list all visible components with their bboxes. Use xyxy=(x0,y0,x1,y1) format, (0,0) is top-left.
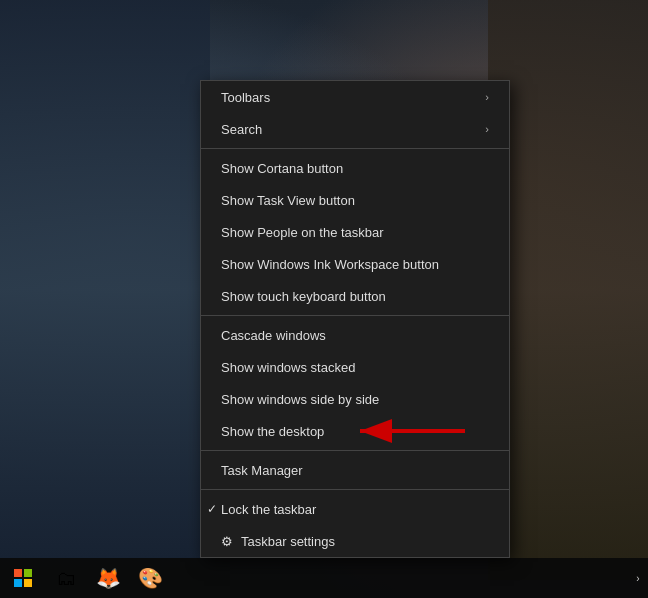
menu-item-label: Taskbar settings xyxy=(241,534,335,549)
menu-item-show-keyboard[interactable]: Show touch keyboard button xyxy=(201,280,509,312)
menu-item-search[interactable]: Search› xyxy=(201,113,509,145)
svg-rect-5 xyxy=(24,579,32,587)
taskbar-show-desktop[interactable]: › xyxy=(628,558,648,598)
menu-item-stacked[interactable]: Show windows stacked xyxy=(201,351,509,383)
taskbar-icon-files[interactable]: 🗂 xyxy=(45,558,87,598)
menu-item-show-cortana[interactable]: Show Cortana button xyxy=(201,152,509,184)
menu-item-label: Show the desktop xyxy=(221,424,324,439)
menu-item-label: Search xyxy=(221,122,262,137)
menu-item-show-ink[interactable]: Show Windows Ink Workspace button xyxy=(201,248,509,280)
menu-item-label: Show Windows Ink Workspace button xyxy=(221,257,439,272)
menu-item-show-task-view[interactable]: Show Task View button xyxy=(201,184,509,216)
menu-item-label: Lock the taskbar xyxy=(221,502,316,517)
menu-item-label: Show windows stacked xyxy=(221,360,355,375)
menu-item-taskbar-settings[interactable]: ⚙Taskbar settings xyxy=(201,525,509,557)
menu-separator xyxy=(201,315,509,316)
menu-item-label: Task Manager xyxy=(221,463,303,478)
figure-left xyxy=(0,0,210,580)
svg-rect-4 xyxy=(14,579,22,587)
figure-right xyxy=(488,0,648,580)
menu-separator xyxy=(201,148,509,149)
menu-item-label: Show windows side by side xyxy=(221,392,379,407)
menu-item-label: Show People on the taskbar xyxy=(221,225,384,240)
red-arrow-indicator xyxy=(350,416,470,449)
gear-icon: ⚙ xyxy=(221,534,233,549)
menu-item-task-manager[interactable]: Task Manager xyxy=(201,454,509,486)
menu-separator xyxy=(201,450,509,451)
checkmark-icon: ✓ xyxy=(207,502,217,516)
menu-item-lock-taskbar[interactable]: ✓Lock the taskbar xyxy=(201,493,509,525)
menu-item-label: Toolbars xyxy=(221,90,270,105)
menu-item-side-by-side[interactable]: Show windows side by side xyxy=(201,383,509,415)
menu-item-show-people[interactable]: Show People on the taskbar xyxy=(201,216,509,248)
taskbar-icon-firefox[interactable]: 🦊 xyxy=(87,558,129,598)
menu-item-cascade[interactable]: Cascade windows xyxy=(201,319,509,351)
menu-item-label: Cascade windows xyxy=(221,328,326,343)
context-menu: Toolbars›Search›Show Cortana buttonShow … xyxy=(200,80,510,558)
menu-item-toolbars[interactable]: Toolbars› xyxy=(201,81,509,113)
start-button[interactable] xyxy=(0,558,45,598)
menu-separator xyxy=(201,489,509,490)
svg-rect-3 xyxy=(24,569,32,577)
svg-rect-2 xyxy=(14,569,22,577)
menu-item-label: Show Cortana button xyxy=(221,161,343,176)
taskbar-icon-slack[interactable]: 🎨 xyxy=(129,558,171,598)
menu-item-label: Show touch keyboard button xyxy=(221,289,386,304)
submenu-arrow-icon: › xyxy=(485,91,489,103)
taskbar: 🗂 🦊 🎨 › xyxy=(0,558,648,598)
submenu-arrow-icon: › xyxy=(485,123,489,135)
menu-item-label: Show Task View button xyxy=(221,193,355,208)
